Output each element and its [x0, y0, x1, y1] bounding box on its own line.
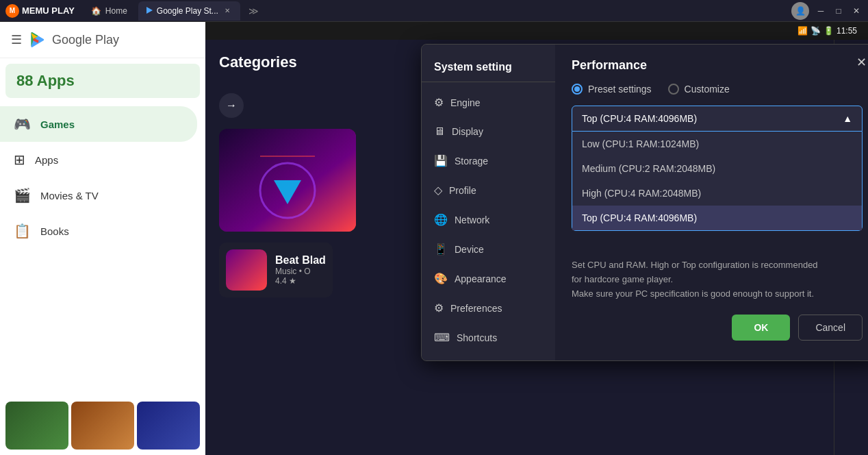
app-brand: MEMU PLAY: [22, 5, 75, 16]
preset-label: Preset settings: [588, 84, 652, 95]
cancel-button[interactable]: Cancel: [798, 315, 863, 341]
memu-logo-icon: M: [5, 4, 19, 18]
dialog-nav-storage[interactable]: 💾 Storage: [422, 146, 555, 175]
display-label: Display: [452, 126, 483, 137]
profile-label: Profile: [449, 185, 476, 196]
expand-tabs-button[interactable]: ≫: [248, 5, 259, 16]
preferences-label: Preferences: [450, 303, 502, 314]
books-nav-label: Books: [40, 225, 69, 237]
thumbnail-2: [71, 402, 134, 450]
storage-icon: 💾: [434, 154, 448, 167]
dialog-nav-shortcuts[interactable]: ⌨ Shortcuts: [422, 323, 555, 352]
user-avatar-titlebar[interactable]: 👤: [791, 2, 809, 20]
device-label: Device: [455, 244, 484, 255]
hamburger-menu-button[interactable]: ☰: [11, 32, 22, 47]
dialog-nav-display[interactable]: 🖥 Display: [422, 117, 555, 146]
dialog-nav-device[interactable]: 📱 Device: [422, 234, 555, 264]
nav-item-apps[interactable]: ⊞ Apps: [0, 142, 197, 177]
android-panel: 📶 📡 🔋 11:55 Categories Ki →: [205, 22, 868, 455]
close-window-button[interactable]: ✕: [850, 5, 863, 17]
clock: 11:55: [837, 26, 857, 36]
google-play-brand: Google Play: [52, 33, 119, 47]
profile-icon: ◇: [434, 184, 442, 197]
nav-item-books[interactable]: 📋 Books: [0, 213, 197, 249]
performance-title: Performance: [572, 58, 863, 73]
dialog-nav-network[interactable]: 🌐 Network: [422, 205, 555, 234]
performance-hint: Set CPU and RAM. High or Top configurati…: [572, 258, 863, 301]
books-nav-icon: 📋: [14, 223, 31, 239]
apps-nav-label: Apps: [35, 154, 58, 166]
dropdown-option-high[interactable]: High (CPU:4 RAM:2048MB): [572, 181, 862, 206]
tab-bar: 🏠 Home Google Play St... ✕ ≫: [83, 1, 791, 21]
thumbnail-3: [137, 402, 200, 450]
beat-blade-info: Beat Blad Music • O 4.4 ★: [275, 254, 326, 286]
network-label: Network: [455, 214, 489, 225]
title-bar: M MEMU PLAY 🏠 Home Google Play St... ✕ ≫…: [0, 0, 868, 22]
next-arrow-button[interactable]: →: [219, 93, 244, 118]
left-nav: 🎮 Games ⊞ Apps 🎬 Movies & TV 📋 Books: [0, 103, 205, 251]
featured-game-art: [219, 129, 356, 232]
dialog-title: System setting: [422, 53, 555, 82]
tab-home[interactable]: 🏠 Home: [83, 1, 136, 21]
dialog-nav-engine[interactable]: ⚙ Engine: [422, 88, 555, 117]
beat-blade-icon: [226, 249, 267, 291]
beat-blade-card[interactable]: Beat Blad Music • O 4.4 ★: [219, 243, 333, 297]
system-setting-dialog: System setting ⚙ Engine 🖥 Display 💾 Stor…: [421, 44, 868, 361]
dropdown-option-low[interactable]: Low (CPU:1 RAM:1024MB): [572, 132, 862, 156]
dialog-nav-appearance[interactable]: 🎨 Appearance: [422, 264, 555, 293]
games-nav-icon: 🎮: [14, 116, 31, 132]
network-icon: 🌐: [434, 213, 448, 226]
movies-nav-icon: 🎬: [14, 187, 31, 204]
google-play-tab-label: Google Play St...: [157, 6, 218, 16]
storage-label: Storage: [455, 156, 488, 167]
chevron-up-icon: ▲: [843, 113, 852, 124]
appearance-label: Appearance: [455, 273, 507, 284]
window-controls: 👤 ─ □ ✕: [791, 2, 863, 20]
dialog-sidebar: System setting ⚙ Engine 🖥 Display 💾 Stor…: [422, 45, 555, 360]
categories-title: Categories: [219, 53, 297, 71]
tab-google-play[interactable]: Google Play St... ✕: [138, 1, 240, 21]
ok-button[interactable]: OK: [732, 315, 790, 341]
device-icon: 📱: [434, 243, 448, 256]
apps-nav-icon: ⊞: [14, 151, 25, 168]
beat-blade-rating: 4.4 ★: [275, 276, 326, 286]
close-tab-button[interactable]: ✕: [222, 6, 232, 16]
preset-radio-circle: [572, 84, 583, 95]
dropdown-list: Low (CPU:1 RAM:1024MB) Medium (CPU:2 RAM…: [572, 132, 863, 231]
minimize-button[interactable]: ─: [815, 5, 827, 17]
battery-icon: 🔋: [824, 26, 834, 36]
beat-blade-title: Beat Blad: [275, 254, 326, 267]
featured-game-image: [219, 129, 356, 232]
performance-dropdown: Top (CPU:4 RAM:4096MB) ▲ Low (CPU:1 RAM:…: [572, 106, 863, 231]
dialog-close-button[interactable]: ✕: [852, 53, 868, 72]
customize-radio[interactable]: Customize: [668, 84, 730, 95]
nav-item-games[interactable]: 🎮 Games: [0, 106, 197, 142]
beat-blade-subtitle: Music • O: [275, 267, 326, 276]
google-play-header: ☰ Google Play: [0, 22, 205, 58]
games-nav-label: Games: [40, 119, 75, 130]
home-tab-favicon: 🏠: [91, 6, 101, 16]
dropdown-option-medium[interactable]: Medium (CPU:2 RAM:2048MB): [572, 156, 862, 181]
statusbar-icons: 📶 📡 🔋 11:55: [797, 26, 857, 36]
dropdown-selected-button[interactable]: Top (CPU:4 RAM:4096MB) ▲: [572, 106, 863, 132]
nav-item-movies[interactable]: 🎬 Movies & TV: [0, 177, 197, 213]
restore-button[interactable]: □: [832, 5, 845, 17]
customize-radio-circle: [668, 84, 679, 95]
shortcuts-label: Shortcuts: [457, 332, 497, 343]
app-count-badge: 88 Apps: [5, 64, 200, 98]
dialog-content: ✕ Performance Preset settings Customize: [555, 45, 868, 360]
main-layout: ☰ Google Play 88 Apps 🎮 Games ⊞ Apps: [0, 22, 868, 455]
home-tab-label: Home: [105, 6, 127, 16]
dialog-nav-profile[interactable]: ◇ Profile: [422, 175, 555, 205]
dialog-nav-preferences[interactable]: ⚙ Preferences: [422, 293, 555, 323]
preset-settings-radio[interactable]: Preset settings: [572, 84, 652, 95]
radio-group: Preset settings Customize: [572, 84, 863, 95]
bottom-thumbnails: [0, 396, 205, 455]
display-icon: 🖥: [434, 125, 445, 138]
google-play-panel: ☰ Google Play 88 Apps 🎮 Games ⊞ Apps: [0, 22, 205, 455]
engine-label: Engine: [450, 97, 481, 108]
appearance-icon: 🎨: [434, 272, 448, 285]
thumbnail-1: [5, 402, 68, 450]
android-statusbar: 📶 📡 🔋 11:55: [205, 22, 868, 40]
dropdown-option-top[interactable]: Top (CPU:4 RAM:4096MB): [572, 206, 862, 230]
